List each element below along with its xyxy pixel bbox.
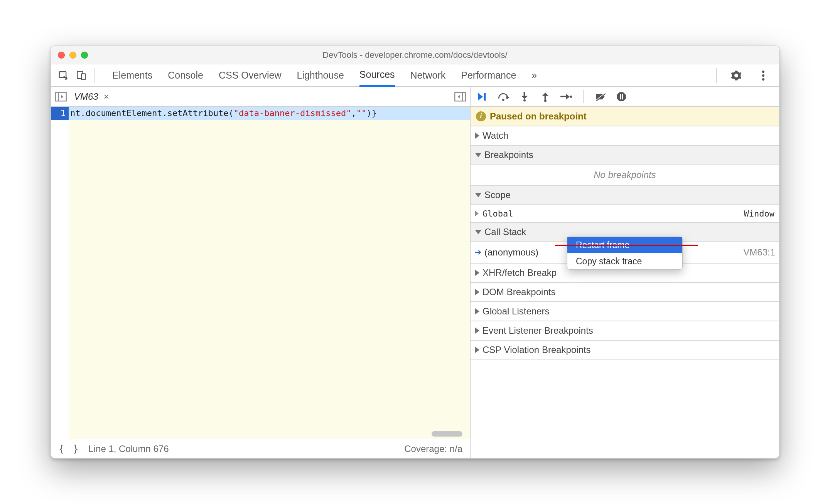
device-toolbar-icon[interactable] xyxy=(73,67,90,84)
kebab-menu-icon[interactable] xyxy=(754,67,772,84)
svg-rect-19 xyxy=(545,95,546,100)
window-title: DevTools - developer.chrome.com/docs/dev… xyxy=(51,50,779,60)
tab-network[interactable]: Network xyxy=(410,64,446,87)
inspect-element-icon[interactable] xyxy=(55,67,73,84)
disclosure-triangle-icon xyxy=(475,211,479,216)
svg-rect-22 xyxy=(560,96,567,97)
editor-background xyxy=(69,120,470,439)
titlebar: DevTools - developer.chrome.com/docs/dev… xyxy=(51,46,779,64)
scope-global-row[interactable]: Global Window xyxy=(471,205,779,222)
pause-on-exceptions-button[interactable] xyxy=(615,91,628,103)
breakpoints-section-header[interactable]: Breakpoints xyxy=(471,145,779,165)
scope-section-header[interactable]: Scope xyxy=(471,185,779,205)
svg-point-21 xyxy=(544,99,547,101)
minimize-window-button[interactable] xyxy=(69,52,76,59)
svg-rect-16 xyxy=(524,92,525,96)
disclosure-triangle-icon xyxy=(475,153,481,157)
separator xyxy=(583,90,584,103)
callstack-frame-name: (anonymous) xyxy=(484,247,538,258)
disclosure-triangle-icon xyxy=(475,193,481,197)
horizontal-scrollbar[interactable] xyxy=(432,431,462,437)
svg-point-5 xyxy=(762,78,764,80)
csp-violation-breakpoints-section-header[interactable]: CSP Violation Breakpoints xyxy=(471,340,779,360)
deactivate-breakpoints-button[interactable] xyxy=(594,91,607,103)
tab-elements[interactable]: Elements xyxy=(112,64,152,87)
pretty-print-button[interactable]: { } xyxy=(59,444,80,454)
tab-lighthouse[interactable]: Lighthouse xyxy=(297,64,344,87)
paused-banner: i Paused on breakpoint xyxy=(471,107,779,126)
line-number[interactable]: 1 xyxy=(51,107,69,120)
svg-marker-20 xyxy=(542,92,549,96)
disclosure-triangle-icon xyxy=(475,328,479,334)
step-button[interactable] xyxy=(560,91,572,103)
svg-marker-12 xyxy=(478,93,483,101)
code-editor[interactable]: 1 nt.documentElement.setAttribute("data-… xyxy=(51,107,470,439)
svg-point-24 xyxy=(570,96,572,98)
close-window-button[interactable] xyxy=(58,52,65,59)
svg-marker-17 xyxy=(521,96,528,99)
svg-point-4 xyxy=(762,74,764,76)
step-out-button[interactable] xyxy=(539,91,552,103)
svg-point-3 xyxy=(762,70,764,72)
main-tabs: Elements Console CSS Overview Lighthouse… xyxy=(112,64,537,87)
resume-script-button[interactable] xyxy=(477,91,489,103)
debugger-pane-toggle-icon[interactable] xyxy=(453,90,467,104)
callstack-frame-location: VM63:1 xyxy=(743,247,775,258)
svg-point-18 xyxy=(523,99,526,101)
file-tab-label: VM63 xyxy=(74,91,98,102)
context-menu-restart-frame[interactable]: Restart frame xyxy=(567,237,682,253)
dom-breakpoints-section-header[interactable]: DOM Breakpoints xyxy=(471,282,779,302)
editor-statusbar: { } Line 1, Column 676 Coverage: n/a xyxy=(51,439,470,458)
close-file-tab-button[interactable]: × xyxy=(101,91,111,102)
disclosure-triangle-icon xyxy=(475,289,479,295)
navigator-toggle-icon[interactable] xyxy=(54,90,68,104)
context-menu-copy-stack-trace[interactable]: Copy stack trace xyxy=(567,253,682,269)
event-listener-breakpoints-section-header[interactable]: Event Listener Breakpoints xyxy=(471,321,779,340)
svg-marker-11 xyxy=(458,95,460,99)
global-listeners-section-header[interactable]: Global Listeners xyxy=(471,302,779,321)
info-icon: i xyxy=(476,111,486,121)
tab-performance[interactable]: Performance xyxy=(461,64,516,87)
step-into-button[interactable] xyxy=(518,91,531,103)
disclosure-triangle-icon xyxy=(475,270,479,276)
tab-css-overview[interactable]: CSS Overview xyxy=(219,64,282,87)
paused-message: Paused on breakpoint xyxy=(490,111,587,122)
traffic-lights xyxy=(51,52,88,59)
step-over-button[interactable] xyxy=(498,91,510,103)
context-menu: Restart frame Copy stack trace xyxy=(567,237,683,270)
devtools-window: DevTools - developer.chrome.com/docs/dev… xyxy=(51,45,779,459)
sources-left-pane: VM63 × 1 nt.documentElement.setAttribute… xyxy=(51,87,471,458)
zoom-window-button[interactable] xyxy=(81,52,88,59)
callstack-frame[interactable]: ➔ (anonymous) VM63:1 Restart frame Copy … xyxy=(471,242,779,263)
svg-marker-23 xyxy=(566,94,570,99)
debugger-toolbar xyxy=(471,87,779,107)
coverage-status: Coverage: n/a xyxy=(404,444,462,454)
disclosure-triangle-icon xyxy=(475,347,479,353)
main-tabs-bar: Elements Console CSS Overview Lighthouse… xyxy=(51,64,779,87)
svg-rect-28 xyxy=(622,94,623,99)
disclosure-triangle-icon xyxy=(475,308,479,314)
svg-rect-13 xyxy=(484,93,486,101)
code-line-1: 1 nt.documentElement.setAttribute("data-… xyxy=(51,107,470,120)
svg-rect-2 xyxy=(81,74,86,79)
breakpoints-empty-message: No breakpoints xyxy=(471,165,779,185)
disclosure-triangle-icon xyxy=(475,133,479,139)
settings-gear-icon[interactable] xyxy=(727,67,745,84)
separator xyxy=(716,68,717,83)
file-tab-vm63[interactable]: VM63 × xyxy=(74,87,111,107)
svg-rect-0 xyxy=(59,72,66,77)
tab-sources[interactable]: Sources xyxy=(359,64,395,87)
editor-tabs-bar: VM63 × xyxy=(51,87,470,107)
tabs-overflow-button[interactable]: » xyxy=(531,64,537,87)
separator xyxy=(94,68,94,83)
tab-console[interactable]: Console xyxy=(168,64,203,87)
svg-marker-8 xyxy=(61,95,63,99)
watch-section-header[interactable]: Watch xyxy=(471,126,779,145)
disclosure-triangle-icon xyxy=(475,230,481,234)
current-frame-arrow-icon: ➔ xyxy=(474,247,481,257)
strikethrough-annotation xyxy=(555,245,698,246)
code-text: nt.documentElement.setAttribute("data-ba… xyxy=(69,107,377,120)
debugger-sidebar: i Paused on breakpoint Watch Breakpoints… xyxy=(471,87,779,458)
svg-point-15 xyxy=(502,99,504,101)
svg-rect-27 xyxy=(620,94,621,99)
